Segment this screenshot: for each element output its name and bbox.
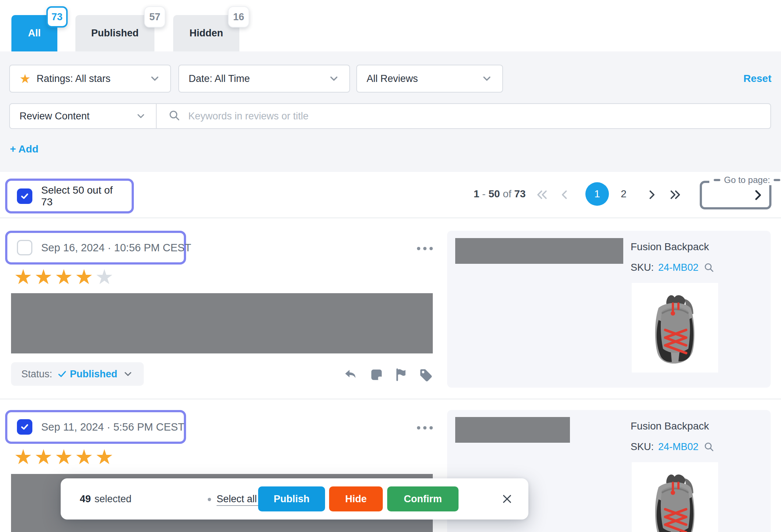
bulk-action-bar: 49 selected Select all (50) Publish Hide… bbox=[61, 478, 528, 520]
reviews-moderation-page: All 73 Published 57 Hidden 16 ★ Ratings:… bbox=[0, 0, 781, 532]
star-filled-icon: ★ bbox=[14, 445, 34, 468]
chevron-down-icon bbox=[328, 73, 340, 85]
chevron-down-icon bbox=[481, 73, 493, 85]
pagination-range: 1 - 50 of 73 bbox=[474, 188, 526, 200]
chevron-down-icon bbox=[122, 369, 133, 380]
sku-link[interactable]: 24-MB02 bbox=[658, 262, 699, 273]
check-icon bbox=[57, 369, 67, 379]
search-icon bbox=[168, 109, 181, 123]
chevron-down-icon bbox=[149, 73, 161, 85]
star-filled-icon: ★ bbox=[34, 445, 54, 468]
tab-hidden-label: Hidden bbox=[189, 28, 223, 39]
close-icon[interactable] bbox=[499, 491, 515, 507]
range-dash: - bbox=[482, 188, 485, 200]
review-2-date-highlight-box: Sep 11, 2024 · 5:56 PM CEST bbox=[5, 410, 186, 444]
go-to-page-label: Go to page: bbox=[709, 175, 781, 185]
divider bbox=[0, 218, 781, 218]
review-1-checkbox[interactable] bbox=[17, 240, 32, 255]
page-1-label: 1 bbox=[594, 188, 600, 200]
divider bbox=[0, 399, 781, 399]
tag-icon[interactable] bbox=[418, 367, 433, 382]
star-empty-icon: ★ bbox=[95, 265, 115, 288]
tab-all-count-badge: 73 bbox=[46, 6, 68, 28]
review-2-reviewer-redacted bbox=[455, 417, 570, 443]
range-end: 50 bbox=[488, 188, 500, 200]
tab-all-label: All bbox=[28, 28, 41, 39]
selected-count: 49 selected bbox=[80, 478, 132, 520]
tab-hidden-count: 16 bbox=[233, 11, 244, 23]
star-icon: ★ bbox=[19, 72, 31, 85]
first-page-button[interactable] bbox=[534, 187, 550, 203]
note-icon[interactable] bbox=[369, 367, 384, 382]
confirm-button[interactable]: Confirm bbox=[387, 486, 459, 511]
review-type-filter-label: All Reviews bbox=[367, 73, 418, 85]
ratings-filter-dropdown[interactable]: ★ Ratings: All stars bbox=[9, 65, 171, 93]
product-image bbox=[632, 283, 718, 373]
star-filled-icon: ★ bbox=[95, 445, 115, 468]
range-start: 1 bbox=[474, 188, 479, 200]
search-input[interactable] bbox=[188, 111, 759, 122]
search-field-dropdown[interactable]: Review Content bbox=[10, 104, 157, 128]
star-filled-icon: ★ bbox=[75, 445, 95, 468]
select-all-checkbox[interactable] bbox=[17, 188, 32, 204]
go-to-page-input[interactable] bbox=[704, 185, 748, 205]
reset-filters-link[interactable]: Reset bbox=[743, 73, 771, 85]
star-filled-icon: ★ bbox=[54, 265, 75, 288]
sku-label: SKU: bbox=[631, 262, 654, 273]
review-1-content-redacted bbox=[11, 293, 433, 353]
hide-button[interactable]: Hide bbox=[329, 486, 383, 511]
range-of: of bbox=[503, 188, 511, 200]
review-1-reviewer-redacted bbox=[455, 238, 623, 264]
page-1-button[interactable]: 1 bbox=[585, 182, 609, 206]
review-1-date-highlight-box: Sep 16, 2024 · 10:56 PM CEST bbox=[5, 231, 186, 265]
previous-page-button[interactable] bbox=[557, 187, 573, 203]
status-label: Status: bbox=[21, 369, 52, 380]
product-image bbox=[632, 462, 718, 532]
check-icon bbox=[20, 191, 29, 201]
review-2-checkbox[interactable] bbox=[17, 419, 32, 435]
star-filled-icon: ★ bbox=[54, 445, 75, 468]
date-filter-dropdown[interactable]: Date: All Time bbox=[178, 65, 350, 93]
go-to-page-box: Go to page: bbox=[700, 181, 771, 209]
last-page-button[interactable] bbox=[666, 187, 682, 203]
select-all-label: Select 50 out of 73 bbox=[41, 184, 122, 208]
select-all-highlight-box: Select 50 out of 73 bbox=[5, 179, 134, 213]
sku-label: SKU: bbox=[631, 441, 654, 453]
page-2-button[interactable]: 2 bbox=[617, 188, 630, 200]
status-value: Published bbox=[70, 369, 117, 380]
product-name: Fusion Backpack bbox=[631, 420, 709, 432]
go-to-page-submit-icon[interactable] bbox=[751, 188, 765, 202]
product-sku-row: SKU: 24-MB02 bbox=[631, 262, 715, 273]
tab-hidden-count-badge: 16 bbox=[228, 6, 249, 28]
page-2-label: 2 bbox=[621, 188, 627, 200]
review-1-product-panel: Fusion Backpack SKU: 24-MB02 bbox=[447, 231, 771, 388]
review-2-more-menu[interactable] bbox=[415, 424, 435, 432]
check-icon bbox=[20, 422, 29, 432]
review-type-filter-dropdown[interactable]: All Reviews bbox=[356, 65, 503, 93]
review-1-date: Sep 16, 2024 · 10:56 PM CEST bbox=[41, 242, 191, 254]
product-sku-row: SKU: 24-MB02 bbox=[631, 441, 715, 453]
publish-button[interactable]: Publish bbox=[258, 486, 325, 511]
flag-icon[interactable] bbox=[394, 367, 409, 382]
filters-section: ★ Ratings: All stars Date: All Time All … bbox=[0, 51, 781, 172]
search-icon[interactable] bbox=[703, 262, 715, 273]
star-filled-icon: ★ bbox=[34, 265, 54, 288]
review-1-star-rating: ★★★★★ bbox=[14, 267, 115, 287]
tab-published[interactable]: Published bbox=[75, 15, 154, 51]
product-name: Fusion Backpack bbox=[631, 241, 709, 253]
review-1-more-menu[interactable] bbox=[415, 245, 435, 252]
search-field-label: Review Content bbox=[19, 111, 90, 122]
search-icon[interactable] bbox=[703, 441, 715, 453]
star-filled-icon: ★ bbox=[14, 265, 34, 288]
review-2-star-rating: ★★★★★ bbox=[14, 447, 115, 467]
add-filter-link[interactable]: + Add bbox=[10, 143, 39, 155]
reply-icon[interactable] bbox=[343, 367, 358, 382]
range-total: 73 bbox=[514, 188, 526, 200]
review-1-status-dropdown[interactable]: Status: Published bbox=[11, 362, 144, 386]
tab-published-count-badge: 57 bbox=[144, 6, 165, 28]
next-page-button[interactable] bbox=[643, 187, 660, 203]
chevron-down-icon bbox=[135, 111, 146, 122]
date-filter-label: Date: All Time bbox=[189, 73, 250, 85]
review-2-date: Sep 11, 2024 · 5:56 PM CEST bbox=[41, 421, 185, 433]
sku-link[interactable]: 24-MB02 bbox=[658, 441, 699, 453]
